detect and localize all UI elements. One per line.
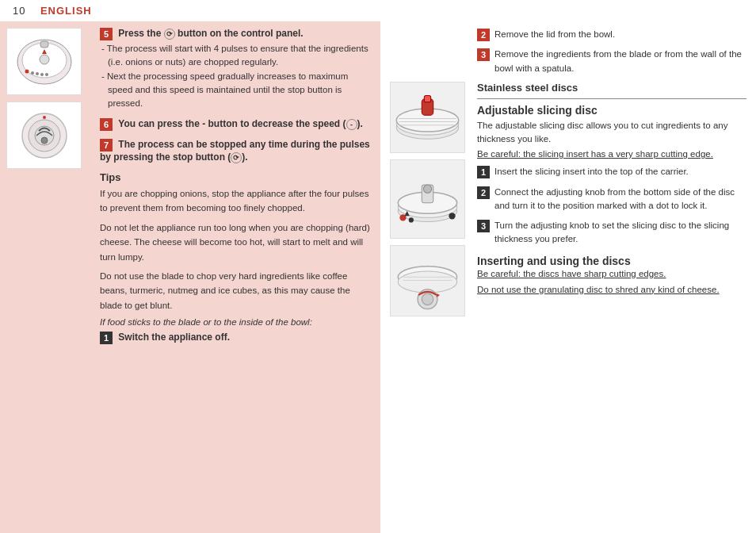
step-7-header: 7 The process can be stopped any time du… xyxy=(100,139,374,163)
right-step-2-block: 2 Remove the lid from the bowl. xyxy=(477,28,746,41)
button-icon: ⟳ xyxy=(164,29,175,40)
step-6-header: 6 You can press the - button to decrease… xyxy=(100,118,374,131)
adjustable-disc-body: The adjustable slicing disc allows you t… xyxy=(477,119,746,147)
page: 10 ENGLISH xyxy=(0,0,756,533)
step-7-block: 7 The process can be stopped any time du… xyxy=(100,139,374,163)
adj-step-1-text: Insert the slicing insert into the top o… xyxy=(494,165,689,178)
section-divider xyxy=(477,98,746,99)
svg-point-4 xyxy=(31,71,34,75)
left-panel: 5 Press the ⟳ button on the control pane… xyxy=(0,21,380,533)
page-number: 10 xyxy=(13,5,25,17)
svg-point-6 xyxy=(40,73,44,76)
right-step-3-block: 3 Remove the ingredients from the blade … xyxy=(477,48,746,75)
adj-step-3-text: Turn the adjusting knob to set the slici… xyxy=(494,219,746,247)
svg-point-3 xyxy=(25,70,29,74)
inserting-title: Inserting and using the discs xyxy=(477,255,746,267)
svg-point-2 xyxy=(40,55,49,64)
svg-marker-38 xyxy=(437,293,440,297)
svg-point-27 xyxy=(423,185,431,193)
tips-para-2: Do not let the appliance run too long wh… xyxy=(100,220,374,264)
svg-point-7 xyxy=(45,73,48,76)
adj-step-3-number: 3 xyxy=(477,220,490,232)
adjustable-disc-warning: Be careful: the slicing insert has a ver… xyxy=(477,149,746,159)
step-5-header: 5 Press the ⟳ button on the control pane… xyxy=(100,28,374,40)
language-label: ENGLISH xyxy=(40,5,92,17)
adj-step-1-block: 1 Insert the slicing insert into the top… xyxy=(477,165,746,178)
step-5-body: - The process will start with 4 pulses t… xyxy=(100,42,374,110)
svg-point-29 xyxy=(409,217,414,222)
tips-title: Tips xyxy=(100,171,374,183)
svg-point-37 xyxy=(422,293,433,305)
right-step-2-number: 2 xyxy=(477,29,490,41)
inserting-warning-2: Do not use the granulating disc to shred… xyxy=(477,285,746,294)
step-6-block: 6 You can press the - button to decrease… xyxy=(100,118,374,131)
bottom-step-1-text: Switch the appliance off. xyxy=(118,332,230,343)
page-header: 10 ENGLISH xyxy=(0,0,756,21)
right-step-2-text: Remove the lid from the bowl. xyxy=(494,28,615,41)
appliance-image-2 xyxy=(6,102,82,169)
svg-point-5 xyxy=(36,72,39,75)
stainless-section-header: Stainless steel discs xyxy=(477,82,746,94)
step-5-item-2: - Next the processing speed gradually in… xyxy=(100,70,374,111)
svg-point-31 xyxy=(449,213,455,219)
svg-point-13 xyxy=(41,137,48,144)
tips-para-1: If you are chopping onions, stop the app… xyxy=(100,186,374,216)
tips-para-3: Do not use the blade to chop very hard i… xyxy=(100,269,374,313)
appliance-svg-1 xyxy=(13,32,76,91)
step-5-number: 5 xyxy=(100,28,113,40)
adj-step-2-number: 2 xyxy=(477,186,490,199)
step-6-number: 6 xyxy=(100,118,113,131)
left-images-column xyxy=(6,28,94,527)
right-step-3-text: Remove the ingredients from the blade or… xyxy=(494,48,746,75)
adj-step-3-block: 3 Turn the adjusting knob to set the sli… xyxy=(477,219,746,247)
adj-step-2-text: Connect the adjusting knob from the bott… xyxy=(494,186,746,213)
stop-icon: ⟳ xyxy=(231,152,242,163)
main-content: 5 Press the ⟳ button on the control pane… xyxy=(0,21,756,533)
disc-svg-1 xyxy=(391,82,464,152)
minus-icon: - xyxy=(346,119,357,130)
right-step-3-number: 3 xyxy=(477,48,490,61)
left-text-column: 5 Press the ⟳ button on the control pane… xyxy=(94,28,380,527)
disc-image-2 xyxy=(390,159,465,239)
step-6-title: You can press the - button to decrease t… xyxy=(118,118,363,129)
bottom-step-1-number: 1 xyxy=(100,332,113,344)
inserting-warning-1: Be careful: the discs have sharp cutting… xyxy=(477,269,746,278)
italic-note: If food sticks to the blade or to the in… xyxy=(100,317,374,327)
adj-step-1-number: 1 xyxy=(477,166,490,178)
adjustable-disc-title: Adjustable slicing disc xyxy=(477,104,746,117)
step-5-block: 5 Press the ⟳ button on the control pane… xyxy=(100,28,374,110)
disc-svg-2 xyxy=(391,160,464,238)
step-5-item-1: - The process will start with 4 pulses t… xyxy=(100,42,374,70)
adj-step-2-block: 2 Connect the adjusting knob from the bo… xyxy=(477,186,746,213)
disc-image-1 xyxy=(390,82,465,153)
svg-rect-22 xyxy=(424,96,430,102)
svg-point-14 xyxy=(43,116,46,119)
right-images-column xyxy=(390,28,477,527)
disc-svg-3 xyxy=(391,246,464,316)
step-7-title: The process can be stopped any time duri… xyxy=(100,139,370,163)
bottom-step-1-block: 1 Switch the appliance off. xyxy=(100,332,374,344)
right-text-column: 2 Remove the lid from the bowl. 3 Remove… xyxy=(477,28,746,527)
svg-rect-8 xyxy=(40,41,48,48)
right-panel: 2 Remove the lid from the bowl. 3 Remove… xyxy=(380,21,756,533)
appliance-image-1 xyxy=(6,28,82,95)
step-7-number: 7 xyxy=(100,139,113,151)
step-5-title: Press the ⟳ button on the control panel. xyxy=(118,28,303,39)
appliance-svg-2 xyxy=(13,105,76,165)
tips-body: If you are chopping onions, stop the app… xyxy=(100,186,374,313)
disc-image-3 xyxy=(390,245,465,316)
spacer-top xyxy=(390,28,471,75)
